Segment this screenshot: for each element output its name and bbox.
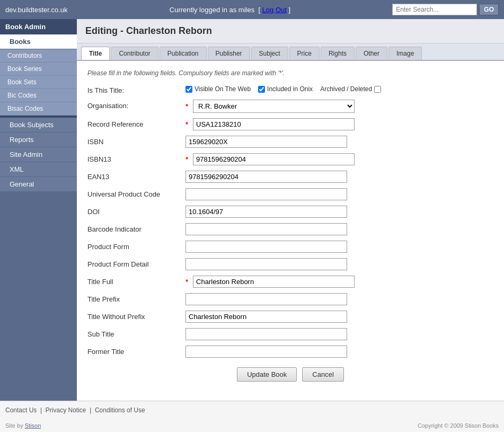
title-prefix-controls (185, 293, 493, 305)
search-go-button[interactable]: GO (479, 4, 499, 15)
tab-publisher[interactable]: Publisher (208, 47, 250, 60)
title-without-prefix-label: Title Without Prefix (87, 311, 185, 321)
visible-on-web-checkbox[interactable] (185, 86, 192, 93)
barcode-indicator-row: Barcode Indicator (87, 223, 493, 235)
update-book-button[interactable]: Update Book (237, 367, 297, 382)
record-reference-label: Record Reference (87, 118, 185, 128)
sidebar-item-book-subjects[interactable]: Book Subjects (0, 118, 77, 132)
barcode-indicator-input[interactable] (185, 223, 347, 235)
product-form-row: Product Form (87, 241, 493, 253)
record-reference-controls: * (185, 118, 493, 130)
tab-other[interactable]: Other (356, 47, 387, 60)
ean13-row: EAN13 (87, 171, 493, 183)
sub-title-label: Sub Title (87, 328, 185, 338)
visible-on-web-label[interactable]: Visible On The Web (185, 85, 251, 93)
included-in-onix-checkbox[interactable] (258, 86, 265, 93)
former-title-row: Former Title (87, 346, 493, 358)
product-form-detail-row: Product Form Detail (87, 258, 493, 270)
layout: Book Admin Books Contributors Book Serie… (0, 19, 504, 401)
conditions-of-use-link[interactable]: Conditions of Use (95, 406, 145, 414)
tab-rights[interactable]: Rights (321, 47, 355, 60)
archived-deleted-checkbox[interactable] (374, 86, 381, 93)
record-reference-input[interactable] (193, 118, 355, 130)
tab-price[interactable]: Price (289, 47, 320, 60)
button-row: Update Book Cancel (87, 367, 493, 382)
title-without-prefix-input[interactable] (185, 311, 347, 323)
isbn13-required: * (185, 155, 188, 163)
product-form-detail-input[interactable] (185, 258, 347, 270)
sidebar-item-general[interactable]: General (0, 177, 77, 192)
tab-subject[interactable]: Subject (251, 47, 288, 60)
tab-title[interactable]: Title (81, 47, 110, 60)
upc-label: Universal Product Code (87, 188, 185, 198)
contact-us-link[interactable]: Contact Us (5, 406, 37, 414)
cancel-button[interactable]: Cancel (302, 367, 343, 382)
tab-image[interactable]: Image (388, 47, 422, 60)
sub-title-row: Sub Title (87, 328, 493, 340)
product-form-detail-label: Product Form Detail (87, 258, 185, 268)
doi-row: DOI (87, 206, 493, 218)
title-prefix-row: Title Prefix (87, 293, 493, 305)
is-title-row: Is This Title: Visible On The Web Includ… (87, 84, 493, 94)
sub-title-input[interactable] (185, 328, 347, 340)
doi-input[interactable] (185, 206, 347, 218)
sidebar-item-books[interactable]: Books (0, 34, 77, 49)
ean13-controls (185, 171, 493, 183)
sidebar-item-site-admin[interactable]: Site Admin (0, 147, 77, 162)
product-form-detail-controls (185, 258, 493, 270)
record-reference-row: Record Reference * (87, 118, 493, 130)
record-reference-required: * (185, 120, 188, 128)
title-without-prefix-controls (185, 311, 493, 323)
title-full-row: Title Full * (87, 276, 493, 288)
footer-links: Contact Us | Privacy Notice | Conditions… (0, 401, 504, 419)
login-info: Currently logged in as miles [ Log Out ] (170, 6, 290, 14)
barcode-indicator-label: Barcode Indicator (87, 223, 185, 233)
sidebar-item-xml[interactable]: XML (0, 162, 77, 177)
logout-link[interactable]: Log Out (262, 6, 287, 14)
organisation-controls: * R.R. Bowker Other Publisher (185, 100, 493, 113)
form-area: Please fill in the following fields. Com… (77, 61, 504, 390)
search-input[interactable] (392, 4, 477, 15)
doi-label: DOI (87, 206, 185, 216)
tab-publication[interactable]: Publication (160, 47, 207, 60)
tab-contributor[interactable]: Contributor (111, 47, 158, 60)
isbn-label: ISBN (87, 136, 185, 146)
privacy-notice-link[interactable]: Privacy Notice (46, 406, 86, 414)
stison-link[interactable]: Stison (25, 422, 41, 429)
former-title-label: Former Title (87, 346, 185, 356)
sidebar-item-reports[interactable]: Reports (0, 132, 77, 147)
included-in-onix-label[interactable]: Included in Onix (258, 85, 313, 93)
sidebar-item-book-series[interactable]: Book Series (0, 63, 77, 76)
upc-controls (185, 188, 493, 200)
ean13-input[interactable] (185, 171, 347, 183)
sidebar-item-bic-codes[interactable]: Bic Codes (0, 89, 77, 102)
upc-row: Universal Product Code (87, 188, 493, 200)
title-full-controls: * (185, 276, 493, 288)
organisation-select[interactable]: R.R. Bowker Other Publisher (193, 100, 355, 113)
organisation-required: * (185, 102, 188, 110)
sidebar-item-bisac-codes[interactable]: Bisac Codes (0, 102, 77, 116)
isbn-controls (185, 136, 493, 148)
organisation-row: Organisation: * R.R. Bowker Other Publis… (87, 100, 493, 113)
sidebar-item-book-sets[interactable]: Book Sets (0, 76, 77, 89)
topbar: dev.buildtester.co.uk Currently logged i… (0, 0, 504, 19)
is-title-controls: Visible On The Web Included in Onix Arch… (185, 84, 493, 93)
sub-title-controls (185, 328, 493, 340)
title-prefix-input[interactable] (185, 293, 347, 305)
archived-deleted-label[interactable]: Archived / Deleted (320, 85, 381, 93)
isbn-input[interactable] (185, 136, 347, 148)
barcode-indicator-controls (185, 223, 493, 235)
former-title-input[interactable] (185, 346, 347, 358)
site-url: dev.buildtester.co.uk (5, 6, 68, 14)
isbn13-label: ISBN13 (87, 153, 185, 163)
title-full-label: Title Full (87, 276, 185, 286)
isbn13-row: ISBN13 * (87, 153, 493, 165)
tabs-bar: Title Contributor Publication Publisher … (77, 43, 504, 61)
product-form-input[interactable] (185, 241, 347, 253)
former-title-controls (185, 346, 493, 358)
title-full-input[interactable] (193, 276, 355, 288)
upc-input[interactable] (185, 188, 347, 200)
isbn13-input[interactable] (193, 153, 355, 165)
isbn-row: ISBN (87, 136, 493, 148)
sidebar-item-contributors[interactable]: Contributors (0, 49, 77, 63)
